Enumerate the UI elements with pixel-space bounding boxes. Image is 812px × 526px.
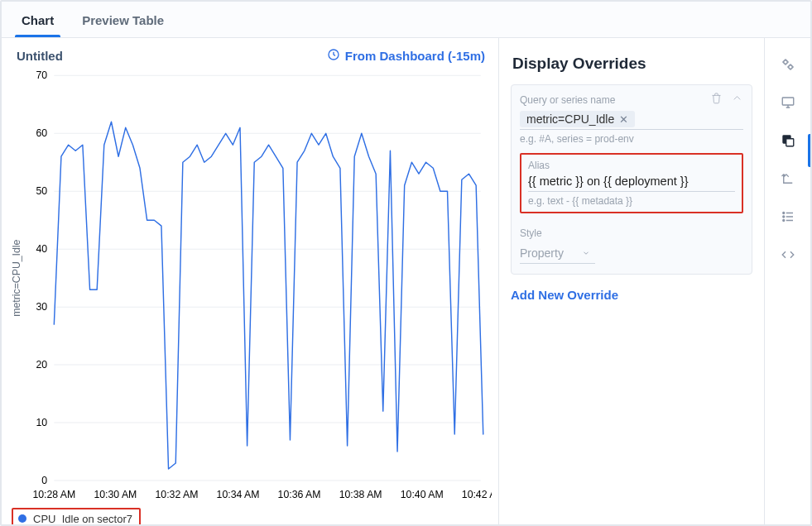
override-card: Query or series name metric=CPU_Idle ✕ <box>511 84 752 275</box>
svg-point-26 <box>783 60 787 65</box>
collapse-override-button[interactable] <box>731 92 743 108</box>
svg-text:70: 70 <box>36 69 47 81</box>
query-hint: e.g. #A, series = prod-env <box>520 133 743 145</box>
app-frame: Chart Preview Table Untitled From Dashbo… <box>0 0 812 526</box>
time-range-label: From Dashboard (-15m) <box>345 49 485 63</box>
panel-heading: Display Overrides <box>512 55 751 73</box>
axes-icon <box>781 171 795 186</box>
svg-text:20: 20 <box>36 359 47 371</box>
chevron-down-icon <box>582 249 590 257</box>
monitor-icon <box>781 95 795 110</box>
svg-text:10:38 AM: 10:38 AM <box>339 489 382 500</box>
rail-active-indicator <box>808 134 810 167</box>
svg-text:10:40 AM: 10:40 AM <box>401 489 444 500</box>
svg-text:10:30 AM: 10:30 AM <box>94 489 137 500</box>
remove-chip-button[interactable]: ✕ <box>619 113 628 126</box>
tab-bar: Chart Preview Table <box>2 2 810 38</box>
tab-chart[interactable]: Chart <box>10 5 65 37</box>
svg-text:10:32 AM: 10:32 AM <box>156 489 199 500</box>
chart-panel: Untitled From Dashboard (-15m) 010203040… <box>2 38 499 524</box>
svg-rect-28 <box>782 98 794 105</box>
rail-settings[interactable] <box>780 56 796 73</box>
series-filter-chip[interactable]: metric=CPU_Idle ✕ <box>520 111 635 127</box>
duplicate-icon <box>781 133 795 148</box>
rail-legend[interactable] <box>780 208 796 225</box>
legend-color-swatch <box>18 514 26 523</box>
svg-text:10:36 AM: 10:36 AM <box>278 489 321 500</box>
query-label: Query or series name <box>520 94 615 106</box>
svg-text:10:42 AM: 10:42 AM <box>462 489 492 500</box>
add-override-button[interactable]: Add New Override <box>511 288 752 302</box>
svg-point-31 <box>782 213 784 214</box>
chart-canvas[interactable]: 010203040506070metric=CPU_Idle10:28 AM10… <box>8 65 492 506</box>
svg-text:10:28 AM: 10:28 AM <box>32 489 75 500</box>
rail-overrides[interactable] <box>780 132 796 149</box>
rail-axes[interactable] <box>780 170 796 187</box>
list-icon <box>781 209 795 224</box>
legend-item[interactable]: CPU_Idle on sector7 <box>12 508 141 526</box>
alias-label: Alias <box>528 160 735 171</box>
svg-text:50: 50 <box>36 185 47 197</box>
rail-display[interactable] <box>780 94 796 111</box>
right-icon-rail <box>764 38 810 524</box>
gear-icon <box>781 57 795 72</box>
svg-point-27 <box>788 65 792 69</box>
style-label: Style <box>520 227 542 239</box>
tab-preview-table[interactable]: Preview Table <box>70 5 175 37</box>
alias-hint: e.g. text - {{ metadata }} <box>528 195 735 207</box>
svg-text:30: 30 <box>36 301 47 313</box>
svg-point-32 <box>782 216 784 218</box>
clock-icon <box>327 48 340 64</box>
chart-title: Untitled <box>17 49 63 63</box>
svg-text:metric=CPU_Idle: metric=CPU_Idle <box>11 239 22 316</box>
svg-rect-30 <box>786 139 793 146</box>
rail-code[interactable] <box>780 246 796 263</box>
display-overrides-panel: Display Overrides Query or series name <box>499 38 764 524</box>
style-select-placeholder: Property <box>520 246 564 260</box>
svg-text:10:34 AM: 10:34 AM <box>217 489 260 500</box>
chip-text: metric=CPU_Idle <box>526 112 614 126</box>
svg-point-33 <box>782 220 784 222</box>
code-icon <box>781 247 795 262</box>
style-property-select[interactable]: Property <box>520 245 595 264</box>
svg-text:10: 10 <box>36 417 47 428</box>
time-range-picker[interactable]: From Dashboard (-15m) <box>327 48 485 64</box>
delete-override-button[interactable] <box>710 92 723 108</box>
svg-text:0: 0 <box>41 475 47 486</box>
alias-input[interactable] <box>528 173 735 192</box>
legend-label: CPU_Idle on sector7 <box>33 513 132 525</box>
svg-text:60: 60 <box>36 127 47 139</box>
svg-text:40: 40 <box>36 243 47 255</box>
alias-section: Alias e.g. text - {{ metadata }} <box>520 153 743 213</box>
